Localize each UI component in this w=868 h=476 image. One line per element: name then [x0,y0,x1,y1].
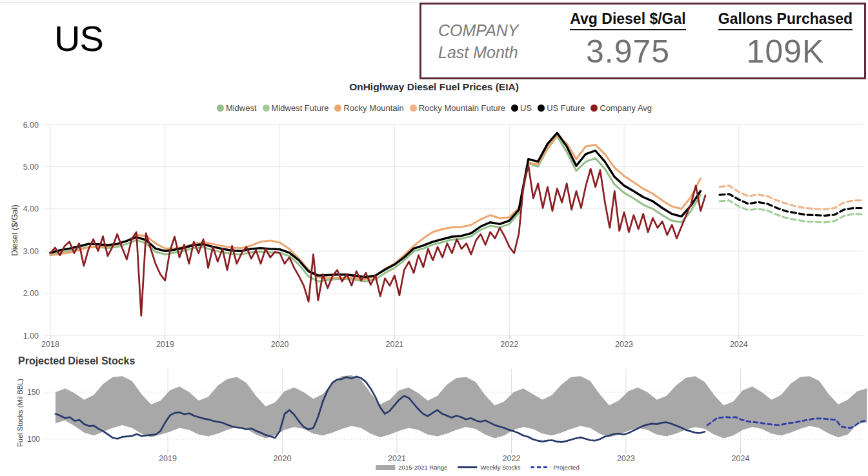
legend-swatch-projected-icon [531,466,550,468]
x-tick-label: 2019 [159,454,177,463]
x-tick-label: 2022 [500,340,518,349]
kpi-avg-diesel-label: Avg Diesel $/Gal [570,10,685,30]
legend-swatch-rocky-mountain-icon [334,104,341,112]
kpi-company-block: COMPANY Last Month [421,5,549,77]
x-tick-label: 2021 [385,340,403,349]
legend-label: 2015-2021 Range [398,464,447,471]
legend-item-us-future[interactable]: US Future [538,103,585,113]
y-tick-label: 100 [27,435,40,444]
legend-label: Midwest Future [272,103,329,113]
kpi-gallons-label: Gallons Purchased [718,10,853,30]
series-2015-2021-range[interactable] [56,375,867,439]
legend-label: Rocky Mountain [343,103,403,113]
series-us[interactable] [50,133,701,277]
price-chart-legend: MidwestMidwest FutureRocky MountainRocky… [0,103,868,113]
kpi-avg-diesel: Avg Diesel $/Gal 3.975 [549,5,707,77]
dashboard-page: US COMPANY Last Month Avg Diesel $/Gal 3… [0,0,868,476]
legend-swatch-midwest-icon [217,104,224,112]
legend-label: US Future [547,103,585,113]
y-tick-label: 6.00 [23,121,39,130]
x-tick-label: 2024 [730,340,748,349]
kpi-company-label: COMPANY [438,20,549,42]
y-tick-label: 5.00 [23,163,39,172]
x-tick-label: 2023 [615,340,633,349]
legend-swatch-us-future-icon [538,104,545,112]
page-title: US [54,18,103,59]
kpi-gallons: Gallons Purchased 109K [707,5,864,77]
legend-item-2015-2021-range[interactable]: 2015-2021 Range [376,464,447,471]
legend-label: Midwest [226,103,257,113]
x-tick-label: 2021 [388,454,406,463]
legend-label: Projected [554,464,580,471]
series-rocky-mountain-future[interactable] [720,186,863,210]
legend-swatch-weekly-stocks-icon [458,466,477,468]
legend-item-rocky-mountain-future[interactable]: Rocky Mountain Future [410,103,505,113]
x-tick-label: 2022 [503,454,521,463]
legend-item-company-avg[interactable]: Company Avg [590,103,652,113]
legend-item-rocky-mountain[interactable]: Rocky Mountain [334,103,403,113]
x-tick-label: 2024 [732,454,750,463]
kpi-avg-diesel-value: 3.975 [549,33,707,70]
legend-item-us[interactable]: US [511,103,532,113]
x-tick-label: 2023 [617,454,635,463]
series-rocky-mountain[interactable] [50,135,701,279]
legend-item-weekly-stocks[interactable]: Weekly Stocks [458,464,520,471]
legend-swatch-2015-2021-range-icon [376,465,395,470]
price-chart-plot: 20182019202020212022202320246.005.004.00… [0,119,868,353]
legend-swatch-us-icon [511,104,518,112]
legend-swatch-rocky-mountain-future-icon [410,104,417,112]
y-tick-label: 4.00 [23,204,39,213]
kpi-gallons-value: 109K [707,33,864,70]
x-tick-label: 2019 [156,340,174,349]
x-tick-label: 2018 [41,340,59,349]
stocks-chart-title: Projected Diesel Stocks [18,355,135,367]
price-chart-title: OnHighway Diesel Fuel Prices (EIA) [0,81,868,93]
stocks-chart-legend: 2015-2021 RangeWeekly StocksProjected [376,464,589,471]
legend-label: Weekly Stocks [480,464,520,471]
legend-swatch-company-avg-icon [590,104,598,112]
y-tick-label: 1.00 [23,332,39,341]
legend-swatch-midwest-future-icon [263,104,270,112]
x-tick-label: 2020 [271,340,289,349]
top-divider [0,2,418,3]
x-tick-label: 2020 [274,454,292,463]
legend-label: Rocky Mountain Future [419,103,505,113]
stocks-chart-plot: 201920202021202220232024150100 [0,368,868,476]
legend-item-midwest-future[interactable]: Midwest Future [263,103,329,113]
kpi-card: COMPANY Last Month Avg Diesel $/Gal 3.97… [419,3,866,79]
legend-item-projected[interactable]: Projected [531,464,580,471]
legend-item-midwest[interactable]: Midwest [217,103,257,113]
legend-label: Company Avg [600,103,652,113]
y-tick-label: 150 [27,388,40,397]
y-tick-label: 2.00 [23,289,39,298]
legend-label: US [520,103,532,113]
kpi-period-label: Last Month [438,42,549,64]
y-tick-label: 3.00 [23,247,39,256]
